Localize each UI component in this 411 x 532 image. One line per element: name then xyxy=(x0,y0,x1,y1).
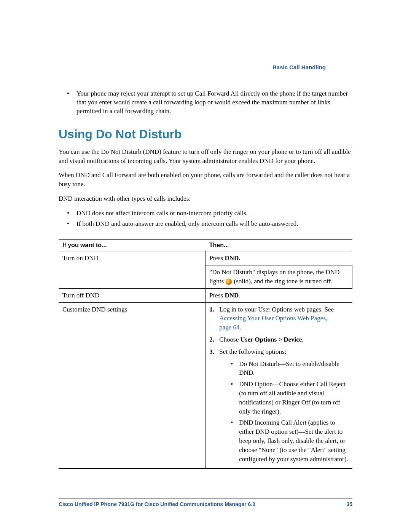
bullet-dot-icon: • xyxy=(231,380,239,416)
intro-bullet-text: Your phone may reject your attempt to se… xyxy=(76,89,352,116)
step-number: 1. xyxy=(209,305,219,332)
table-cell-then: "Do Not Disturb" displays on the phone, … xyxy=(206,265,352,289)
sub-bullet-text: DND Option—Choose either Call Reject (to… xyxy=(239,380,348,416)
body-paragraph-1: You can use the Do Not Disturb (DND) fea… xyxy=(59,147,352,166)
link-accessing-user-options[interactable]: Accessing Your User Options Web Pages, p… xyxy=(219,315,327,331)
table-cell-then: Press DND. xyxy=(206,288,352,302)
header-section-label: Basic Call Handling xyxy=(59,64,352,70)
step-text: Log in to your User Options web pages. S… xyxy=(219,305,348,332)
page-footer: Cisco Unified IP Phone 7931G for Cisco U… xyxy=(59,498,352,507)
intro-bullet-list: • Your phone may reject your attempt to … xyxy=(67,89,352,116)
step-number: 3. xyxy=(209,347,219,356)
bullet-dot-icon: • xyxy=(67,89,76,116)
table-row: Customize DND settings 1. Log in to your… xyxy=(59,302,352,468)
table-cell-want: Turn off DND xyxy=(59,288,206,302)
table-cell-then: 1. Log in to your User Options web pages… xyxy=(206,302,352,468)
step-number: 2. xyxy=(209,335,219,344)
section-heading: Using Do Not Disturb xyxy=(59,127,352,141)
table-row: Turn on DND Press DND. xyxy=(59,251,352,265)
table-cell-want: Customize DND settings xyxy=(59,302,206,468)
sub-bullet-text: DND Incoming Call Alert (applies to eith… xyxy=(239,418,348,463)
amber-dot-status-icon xyxy=(225,278,232,285)
bullet-dot-icon: • xyxy=(67,209,76,218)
step-text: Set the following options: xyxy=(219,347,286,356)
step-text: Choose User Options > Device. xyxy=(219,335,303,344)
dnd-instructions-table: If you want to... Then... Turn on DND Pr… xyxy=(59,239,352,469)
dnd-interaction-list: • DND does not affect intercom calls or … xyxy=(67,209,352,228)
body-paragraph-2: When DND and Call Forward are both enabl… xyxy=(59,171,352,189)
footer-page-number: 35 xyxy=(346,501,352,507)
table-cell-want: Turn on DND xyxy=(59,251,206,288)
table-row: Turn off DND Press DND. xyxy=(59,288,352,302)
bullet-dot-icon: • xyxy=(231,418,239,463)
svg-point-0 xyxy=(226,279,232,285)
bullet-text-2: If both DND and auto-answer are enabled,… xyxy=(76,219,298,228)
sub-bullet-text: Do Not Disturb—Set to enable/disable DND… xyxy=(239,359,348,378)
body-paragraph-3: DND interaction with other types of call… xyxy=(59,194,352,203)
table-cell-then: Press DND. xyxy=(206,251,352,265)
bullet-text-1: DND does not affect intercom calls or no… xyxy=(76,209,248,218)
bullet-dot-icon: • xyxy=(231,359,239,378)
footer-title: Cisco Unified IP Phone 7931G for Cisco U… xyxy=(59,501,255,507)
bullet-dot-icon: • xyxy=(67,219,76,228)
table-header-col2: Then... xyxy=(206,239,352,251)
table-header-col1: If you want to... xyxy=(59,239,206,251)
